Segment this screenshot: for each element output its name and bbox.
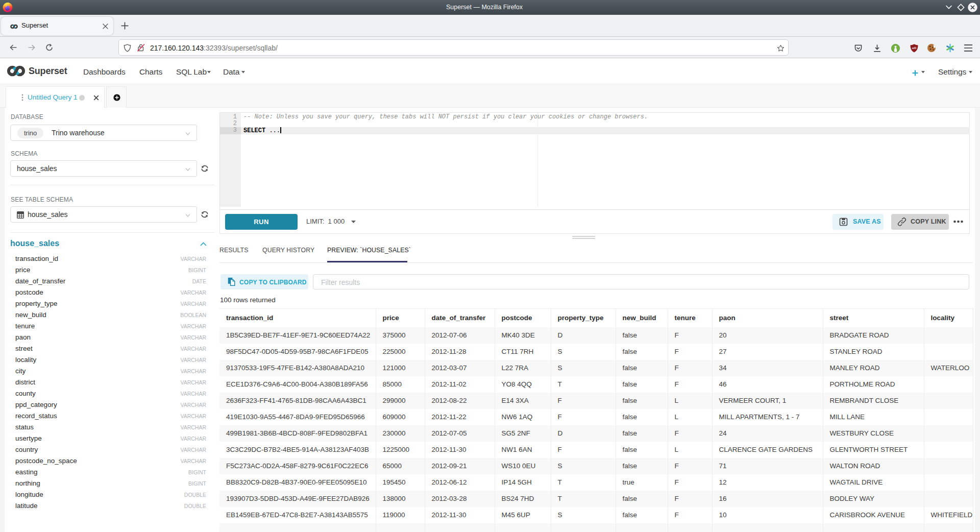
svg-text:uO: uO [912,46,917,50]
